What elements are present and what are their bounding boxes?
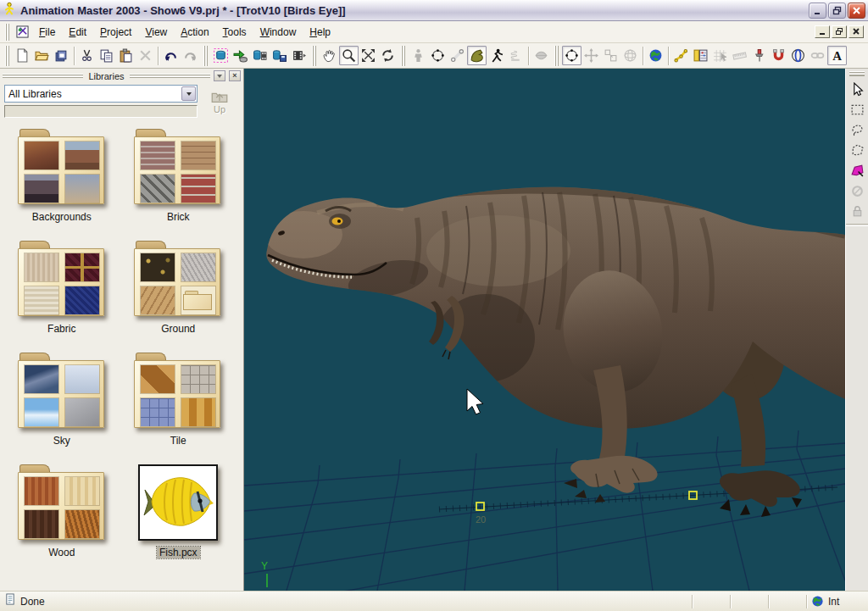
texture-thumbnail [181, 253, 215, 281]
library-item-sky[interactable]: Sky [8, 353, 116, 464]
undo-button[interactable] [161, 46, 181, 65]
bound-group-tool[interactable] [848, 100, 866, 119]
modeling-mode-button[interactable] [428, 46, 448, 65]
folder-icon[interactable] [18, 241, 106, 317]
timeline-panel-button[interactable] [691, 46, 710, 65]
detach-tool [848, 181, 866, 200]
lasso-tool[interactable] [848, 120, 866, 139]
panel-gripper[interactable] [3, 74, 83, 78]
menu-project[interactable]: Project [93, 23, 138, 42]
folder-icon[interactable] [134, 129, 222, 205]
restore-button[interactable] [828, 3, 846, 19]
menubar-gripper[interactable] [5, 24, 9, 41]
svg-text:A: A [832, 49, 842, 63]
folder-icon[interactable] [18, 353, 106, 429]
library-item-backgrounds[interactable]: Backgrounds [8, 129, 116, 241]
panel-gripper[interactable] [130, 74, 210, 78]
mdi-window-buttons [815, 25, 866, 38]
folder-body [134, 360, 220, 428]
menu-edit[interactable]: Edit [62, 23, 93, 42]
mouse-cursor [467, 389, 483, 414]
menu-tools[interactable]: Tools [216, 23, 253, 42]
mdi-close-button[interactable] [849, 25, 864, 38]
toolbar-gripper[interactable] [203, 46, 208, 66]
panel-close-button[interactable]: × [229, 70, 241, 81]
select-tool[interactable] [848, 80, 866, 98]
toolbar-gripper[interactable] [401, 46, 405, 66]
rail-gripper[interactable] [849, 71, 865, 76]
muscle-mode-button[interactable] [467, 46, 487, 65]
library-item-wood[interactable]: Wood [8, 464, 116, 576]
polygon-lasso-tool[interactable] [848, 141, 866, 159]
status-pane [697, 594, 726, 609]
pin-button[interactable] [749, 46, 769, 65]
library-item-brick[interactable]: Brick [124, 129, 232, 241]
folder-icon[interactable] [18, 464, 106, 541]
save-all-button[interactable] [52, 46, 71, 65]
texture-thumbnail [141, 286, 175, 314]
library-item-ground[interactable]: Ground [124, 241, 232, 353]
menu-action[interactable]: Action [174, 23, 215, 42]
world-view-button[interactable] [646, 46, 665, 65]
toolbar-gripper[interactable] [5, 46, 9, 66]
move-view-tool[interactable] [320, 46, 339, 65]
open-button[interactable] [32, 46, 52, 65]
folder-icon[interactable] [18, 129, 106, 205]
ruler-button [730, 46, 749, 65]
menu-help[interactable]: Help [303, 23, 337, 42]
close-button[interactable] [848, 3, 865, 19]
mdi-restore-button[interactable] [832, 25, 847, 38]
texture-thumbnail [141, 142, 175, 169]
render-mode-button[interactable] [211, 46, 231, 65]
preview-animation-button[interactable] [289, 46, 309, 65]
menu-file[interactable]: File [32, 23, 62, 42]
library-item-fish-pcx[interactable]: Fish.pcx [124, 464, 232, 576]
group-points-button[interactable] [562, 46, 581, 65]
render-movie-button[interactable] [250, 46, 270, 65]
viewport-canvas[interactable]: 20 Y [244, 69, 845, 591]
zoom-tool[interactable] [339, 46, 359, 65]
cut-button[interactable] [77, 46, 97, 65]
libraries-panel-title: Libraries [86, 71, 125, 81]
toolbar-gripper[interactable] [554, 46, 559, 66]
magnet-mode-button[interactable] [769, 46, 788, 65]
menu-view[interactable]: View [138, 23, 174, 42]
copy-button[interactable] [97, 46, 116, 65]
folder-body [18, 248, 104, 316]
library-item-fabric[interactable]: Fabric [8, 241, 116, 353]
y-axis-label: Y [261, 560, 268, 572]
show-bones-button[interactable] [671, 46, 691, 65]
menu-window[interactable]: Window [253, 23, 303, 42]
translate-manipulator-button [581, 46, 601, 65]
minimize-button[interactable] [809, 3, 826, 19]
turn-view-tool[interactable] [378, 46, 398, 65]
library-filter-select[interactable]: All Libraries [4, 85, 198, 103]
new-project-button[interactable] [13, 46, 32, 65]
folder-icon[interactable] [134, 241, 222, 317]
patch-select-tool[interactable] [848, 161, 866, 180]
skeletal-mode-button[interactable] [487, 46, 506, 65]
texture-thumbnail [65, 175, 99, 203]
toolbar-separator [668, 47, 669, 65]
save-render-button[interactable] [270, 46, 289, 65]
quick-render-button[interactable] [231, 46, 250, 65]
library-item-tile[interactable]: Tile [124, 353, 232, 464]
status-pane [735, 594, 764, 609]
image-thumbnail-fish-pcx[interactable] [138, 464, 218, 541]
texture-thumbnail [65, 398, 99, 426]
library-item-label: Fish.pcx [157, 547, 200, 558]
bones-mode-button[interactable] [448, 46, 467, 65]
main-area: Libraries × All Libraries Up Backgrounds… [0, 69, 868, 591]
panel-pin-button[interactable] [214, 70, 225, 81]
font-tool-button[interactable]: A [827, 46, 847, 65]
rotate-widget-button[interactable] [788, 46, 808, 65]
viewport[interactable]: 20 Y [244, 69, 845, 591]
document-window-icon[interactable] [16, 25, 29, 38]
paste-button[interactable] [116, 46, 136, 65]
mdi-minimize-button[interactable] [815, 25, 830, 38]
folder-icon[interactable] [134, 353, 222, 429]
library-item-label: Tile [168, 435, 189, 447]
toolbar-gripper[interactable] [312, 46, 316, 66]
bound-zoom-tool[interactable] [359, 46, 378, 65]
combo-dropdown-button[interactable] [181, 86, 196, 101]
